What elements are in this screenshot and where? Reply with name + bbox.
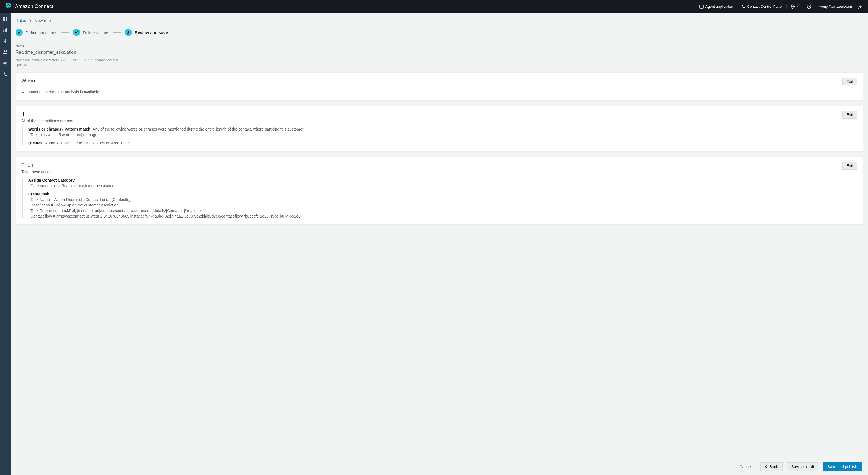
back-button[interactable]: Back <box>760 462 783 471</box>
svg-text:?: ? <box>808 5 810 8</box>
svg-rect-11 <box>3 19 5 21</box>
step-connector <box>61 32 69 33</box>
action-item: Assign Contact Category Category name = … <box>23 178 857 188</box>
then-card: Then Take these actions Edit Assign Cont… <box>16 156 863 225</box>
back-label: Back <box>769 465 778 469</box>
conditions-tree: Words or phrases - Pattern match: Any of… <box>23 127 857 145</box>
when-title: When <box>21 78 35 84</box>
step-1: Define conditions <box>16 29 57 36</box>
condition-1-head: Words or phrases - Pattern match: Any of… <box>28 127 857 131</box>
name-label: Name <box>16 44 132 48</box>
then-edit-button[interactable]: Edit <box>842 162 857 170</box>
step-1-check-icon <box>16 29 23 36</box>
if-edit-button[interactable]: Edit <box>842 111 857 119</box>
step-3-number: 3 <box>125 29 132 36</box>
logout-icon <box>858 4 862 9</box>
main-content: Rules ❯ New rule Define conditions Defin… <box>10 13 868 475</box>
phone-nav-icon[interactable] <box>3 72 8 77</box>
action-2-d1: Task Name = Action-Required - Contact Le… <box>30 197 857 202</box>
logout-button[interactable] <box>856 0 864 13</box>
then-title: Then <box>21 162 54 168</box>
breadcrumb-current: New rule <box>34 18 51 23</box>
action-2-d4: Contact flow = arn:aws:connect:us-west-2… <box>30 214 857 218</box>
svg-point-17 <box>5 51 7 52</box>
step-3-label: Review and save <box>135 30 168 35</box>
if-title: If <box>21 111 73 117</box>
analytics-icon[interactable] <box>3 27 8 32</box>
save-publish-button[interactable]: Save and publish <box>823 462 862 471</box>
help-link[interactable]: ? <box>803 0 815 13</box>
svg-rect-12 <box>5 19 7 21</box>
action-2-d2: Description = Follow-up on the customer … <box>30 203 857 207</box>
action-1-head: Assign Contact Category <box>28 178 857 182</box>
condition-1-detail: Talk to [is within 5 words from] manager <box>30 132 857 137</box>
topbar-right: Agent application Contact Control Panel … <box>695 0 864 13</box>
step-2-label: Define actions <box>83 30 109 35</box>
step-2: Define actions <box>73 29 109 36</box>
when-text: A Contact Lens real-time analysis is ava… <box>21 90 857 94</box>
action-1-detail: Category name = Realtime_customer_escala… <box>30 183 857 188</box>
help-icon: ? <box>807 4 811 9</box>
step-connector <box>113 32 121 33</box>
window-icon <box>699 4 704 9</box>
step-2-check-icon <box>73 29 80 36</box>
svg-rect-2 <box>700 5 704 8</box>
sidebar <box>0 13 10 475</box>
agent-app-label: Agent application <box>705 4 733 8</box>
name-hint: Name can contain characters A-Z, 0-9, or… <box>16 58 121 67</box>
rule-name-input[interactable] <box>16 49 132 56</box>
dashboard-icon[interactable] <box>3 17 8 21</box>
if-card: If All of these conditions are met Edit … <box>16 106 863 152</box>
logo[interactable]: Amazon Connect <box>4 3 53 10</box>
action-item: Create task Task Name = Action-Required … <box>23 192 857 218</box>
connect-logo-icon <box>4 3 12 10</box>
topbar: Amazon Connect Agent application Contact… <box>0 0 868 13</box>
cancel-button[interactable]: Cancel <box>735 462 756 471</box>
agent-application-link[interactable]: Agent application <box>695 0 737 13</box>
chevron-right-icon: ❯ <box>29 19 32 23</box>
if-subtitle: All of these conditions are met <box>21 119 73 123</box>
action-2-d3: Task Reference = taskRef, [instance_url]… <box>30 208 857 213</box>
announcement-icon[interactable] <box>3 61 8 66</box>
language-selector[interactable] <box>786 0 803 13</box>
breadcrumb: Rules ❯ New rule <box>16 18 863 23</box>
ccp-label: Contact Control Panel <box>747 4 782 8</box>
svg-point-16 <box>4 51 5 52</box>
svg-rect-9 <box>3 17 5 19</box>
svg-rect-13 <box>3 30 4 32</box>
svg-rect-14 <box>5 29 5 32</box>
users-icon[interactable] <box>3 50 8 55</box>
condition-item: Words or phrases - Pattern match: Any of… <box>23 127 857 137</box>
svg-rect-10 <box>5 17 7 19</box>
caret-down-icon <box>797 5 799 8</box>
when-card: When Edit A Contact Lens real-time analy… <box>16 72 863 100</box>
globe-icon <box>790 4 795 9</box>
breadcrumb-rules[interactable]: Rules <box>16 18 26 23</box>
user-email: weny@amazon.com <box>819 4 852 8</box>
actions-tree: Assign Contact Category Category name = … <box>23 178 857 218</box>
condition-2-head: Queues: Name = "BasicQueue" or "ContactL… <box>28 141 857 145</box>
when-edit-button[interactable]: Edit <box>842 78 857 85</box>
routing-icon[interactable] <box>3 38 8 43</box>
stepper: Define conditions Define actions 3 Revie… <box>16 29 863 36</box>
svg-rect-15 <box>6 28 7 32</box>
then-subtitle: Take these actions <box>21 170 54 174</box>
phone-icon <box>741 4 746 9</box>
user-menu[interactable]: weny@amazon.com <box>815 0 856 13</box>
ccp-link[interactable]: Contact Control Panel <box>737 0 786 13</box>
name-field-block: Name Name can contain characters A-Z, 0-… <box>16 44 132 67</box>
condition-item: Queues: Name = "BasicQueue" or "ContactL… <box>23 141 857 145</box>
save-draft-button[interactable]: Save as draft <box>786 462 819 471</box>
step-1-label: Define conditions <box>26 30 57 35</box>
footer-actions: Cancel Back Save as draft Save and publi… <box>10 458 868 475</box>
chevron-left-icon <box>765 465 768 468</box>
action-2-head: Create task <box>28 192 857 196</box>
app-title: Amazon Connect <box>15 4 53 9</box>
step-3: 3 Review and save <box>125 29 168 36</box>
